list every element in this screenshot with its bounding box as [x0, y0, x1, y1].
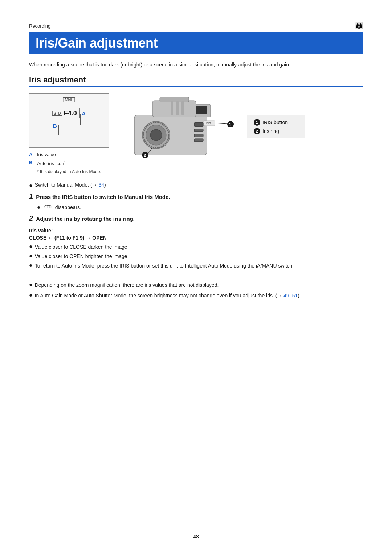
- circle-num-1: 1: [254, 119, 260, 126]
- legend-block: A Iris value B Auto iris icon* * It is d…: [29, 151, 109, 175]
- link-51[interactable]: 51: [292, 293, 298, 298]
- legend-a-text: Iris value: [37, 151, 56, 159]
- link-49[interactable]: 49: [283, 293, 289, 298]
- section-divider: [29, 276, 363, 276]
- switch-note-text: Switch to Manual Mode. (→ 34): [35, 182, 106, 188]
- bullet-dot-3: ●: [29, 262, 33, 269]
- iris-bullet-1-text: Value closer to CLOSE darken the image.: [35, 243, 129, 252]
- svg-rect-9: [176, 101, 179, 115]
- footer-bullet-1: ● Depending on the zoom magnification, t…: [29, 281, 363, 290]
- circle-num-2: 2: [254, 128, 260, 134]
- legend-a-letter: A: [29, 151, 35, 159]
- page-title-block: Iris/Gain adjustment: [29, 32, 363, 54]
- svg-rect-11: [194, 122, 203, 127]
- svg-rect-10: [181, 101, 184, 115]
- mnl-label: MNL: [63, 97, 75, 102]
- legend-item-a: A Iris value: [29, 151, 109, 159]
- iris-bullet-3-text: To return to Auto Iris Mode, press the I…: [35, 262, 294, 270]
- recording-label: Recording: [29, 23, 50, 29]
- label-a: A: [82, 110, 86, 117]
- page-number: - 48 -: [190, 534, 202, 539]
- svg-rect-13: [194, 134, 203, 137]
- std-inline-label: STD: [43, 205, 53, 209]
- std-badge: STD: [52, 111, 62, 116]
- footer-note-1: Depending on the zoom magnification, the…: [35, 281, 219, 290]
- right-legend-item-1: 1 IRIS button: [254, 119, 298, 126]
- page-title: Iris/Gain adjustment: [36, 36, 158, 50]
- screen-diagram: MNL STD F4.0 A B: [29, 93, 109, 148]
- right-legend-item-2: 2 Iris ring: [254, 128, 298, 134]
- iris-value-formula: CLOSE ← (F11 to F1.9) → OPEN: [29, 235, 363, 241]
- pointer-line-a: [80, 114, 81, 125]
- step-1-text: Press the IRIS button to switch to Manua…: [36, 194, 170, 200]
- step-1: 1 Press the IRIS button to switch to Man…: [29, 192, 363, 201]
- f-value: F4.0: [64, 110, 77, 117]
- camera-svg: IRIS 1 2: [123, 93, 240, 164]
- iris-bullet-1: ● Value closer to CLOSE darken the image…: [29, 243, 363, 252]
- label-b: B: [53, 123, 57, 129]
- svg-line-20: [215, 123, 227, 124]
- legend-item-b: B Auto iris icon*: [29, 159, 109, 168]
- svg-rect-7: [160, 97, 189, 102]
- svg-text:IRIS: IRIS: [206, 122, 211, 125]
- footer-note-2: In Auto Gain Mode or Auto Shutter Mode, …: [35, 292, 299, 300]
- footer-bullet-dot-1: ●: [29, 281, 33, 288]
- camera-diagram: IRIS 1 2 1 IRIS butto: [123, 93, 363, 165]
- divider-line: [79, 108, 80, 118]
- svg-point-3: [150, 129, 162, 141]
- pointer-line-b: [58, 125, 59, 135]
- instructions-section: ● Switch to Manual Mode. (→ 34) 1 Press …: [29, 182, 363, 270]
- footer-notes: ● Depending on the zoom magnification, t…: [29, 281, 363, 301]
- intro-text: When recording a scene that is too dark …: [29, 61, 356, 69]
- svg-text:1: 1: [229, 122, 231, 127]
- manual-mode-link[interactable]: 34: [99, 182, 105, 188]
- step-1-bullet: ●: [37, 204, 41, 211]
- step-2: 2 Adjust the iris by rotating the iris r…: [29, 214, 363, 223]
- iris-bullet-3: ● To return to Auto Iris Mode, press the…: [29, 262, 363, 270]
- screen-diagram-area: MNL STD F4.0 A B A Iris value: [29, 93, 109, 175]
- diagram-row: MNL STD F4.0 A B A Iris value: [29, 93, 363, 175]
- page-content: Recording 👪 Iris/Gain adjustment When re…: [0, 0, 392, 554]
- label-b-text: B: [53, 123, 57, 129]
- recording-bar: Recording 👪: [29, 22, 363, 30]
- svg-rect-6: [152, 101, 196, 117]
- iris-button-label: IRIS button: [262, 119, 288, 125]
- footer-bullet-2: ● In Auto Gain Mode or Auto Shutter Mode…: [29, 292, 363, 300]
- svg-rect-14: [194, 139, 203, 142]
- step-2-text: Adjust the iris by rotating the iris rin…: [36, 216, 135, 222]
- iris-bullets: ● Value closer to CLOSE darken the image…: [29, 243, 363, 270]
- legend-b-text: Auto iris icon*: [37, 159, 66, 168]
- bullet-dot-1: ●: [29, 243, 33, 250]
- svg-text:2: 2: [144, 153, 146, 158]
- svg-rect-8: [171, 101, 173, 115]
- step-1-number: 1: [29, 192, 33, 200]
- legend-note: * It is displayed in Auto Iris Mode.: [37, 168, 109, 175]
- right-legend-box: 1 IRIS button 2 Iris ring: [247, 115, 305, 138]
- section-heading: Iris adjustment: [29, 75, 363, 87]
- iris-bullet-2: ● Value closer to OPEN brighten the imag…: [29, 252, 363, 261]
- iris-value-title: Iris value:: [29, 228, 363, 233]
- footer-bullet-dot-2: ●: [29, 292, 33, 298]
- video-icon: 👪: [355, 22, 363, 30]
- camera-container: IRIS 1 2: [123, 93, 240, 165]
- svg-rect-12: [194, 129, 203, 132]
- step-2-number: 2: [29, 214, 33, 222]
- iris-ring-label: Iris ring: [262, 128, 279, 134]
- step-1-sub-text: disappears.: [55, 204, 81, 210]
- legend-b-letter: B: [29, 159, 35, 167]
- iris-bullet-2-text: Value closer to OPEN brighten the image.: [35, 252, 129, 261]
- iris-value-section: Iris value: CLOSE ← (F11 to F1.9) → OPEN…: [29, 228, 363, 270]
- bullet-dot-switch: ●: [29, 182, 33, 189]
- bullet-dot-2: ●: [29, 252, 33, 259]
- step-1-sub: ● STD disappears.: [37, 204, 363, 211]
- switch-note: ● Switch to Manual Mode. (→ 34): [29, 182, 363, 189]
